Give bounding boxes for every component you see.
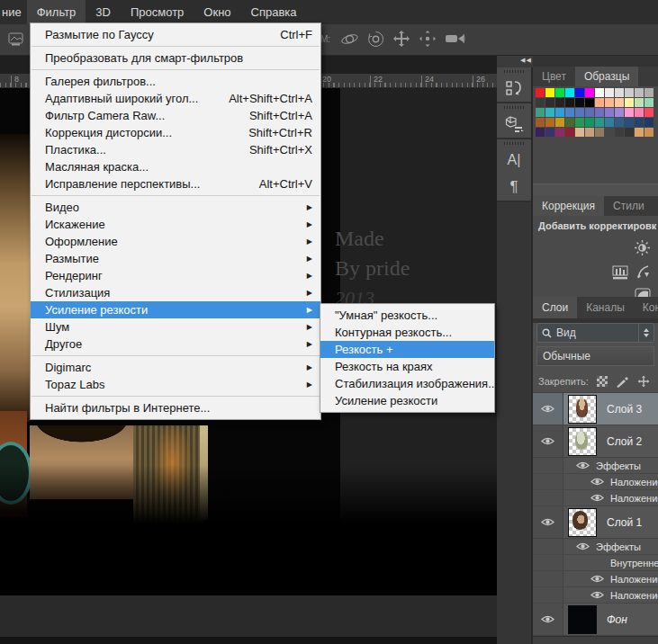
color-swatch[interactable] (555, 128, 564, 137)
tab-adjustments[interactable]: Коррекция (533, 196, 604, 216)
color-swatch[interactable] (635, 118, 644, 127)
eye-icon[interactable] (590, 493, 605, 503)
color-swatch[interactable] (565, 108, 574, 117)
layer-sub-row[interactable]: Наложение (533, 490, 658, 506)
eye-icon[interactable] (541, 614, 554, 624)
color-swatch[interactable] (565, 118, 574, 127)
menu-item[interactable]: Исправление перспективы...Alt+Ctrl+V (31, 175, 320, 192)
layer-sub-row[interactable]: Внутренне (533, 555, 658, 571)
menu-item[interactable]: Видео▶ (31, 199, 320, 216)
lock-pixels-icon[interactable] (616, 376, 629, 388)
color-swatch[interactable] (625, 108, 634, 117)
menu-item[interactable]: "Умная" резкость... (320, 307, 494, 324)
menu-item[interactable]: Пластика...Shift+Ctrl+X (31, 141, 320, 158)
tab-swatches[interactable]: Образцы (575, 67, 638, 86)
color-swatch[interactable] (615, 118, 624, 127)
color-swatch[interactable] (555, 88, 564, 97)
tab-layers[interactable]: Слои (533, 297, 577, 318)
eye-icon[interactable] (541, 517, 554, 527)
menubar-item-1[interactable]: Фильтр (27, 0, 86, 24)
color-swatch[interactable] (575, 128, 584, 137)
color-swatch[interactable] (595, 128, 604, 137)
menu-item[interactable]: Фильтр Camera Raw...Shift+Ctrl+A (31, 107, 320, 124)
color-swatch[interactable] (555, 108, 564, 117)
menu-item[interactable]: Адаптивный широкий угол...Alt+Shift+Ctrl… (31, 90, 320, 107)
color-swatch[interactable] (545, 88, 554, 97)
color-swatch[interactable] (565, 88, 574, 97)
eye-icon[interactable] (541, 436, 554, 446)
menu-item[interactable]: Преобразовать для смарт-фильтров (31, 49, 320, 67)
layer-thumbnail[interactable] (568, 395, 597, 424)
layer-filter-field[interactable]: Вид (536, 323, 654, 343)
menu-item[interactable]: Резкость + (320, 341, 494, 358)
grip-handle[interactable] (504, 142, 524, 145)
menu-item[interactable]: Стилизация▶ (31, 284, 320, 301)
color-swatch[interactable] (575, 98, 584, 107)
color-swatch[interactable] (605, 108, 614, 117)
layer-thumbnail[interactable] (568, 427, 597, 456)
lock-position-icon[interactable] (637, 375, 650, 388)
levels-icon[interactable] (612, 265, 628, 280)
3d-panel-button[interactable] (497, 103, 531, 139)
menu-item[interactable]: Контурная резкость... (320, 324, 494, 341)
color-swatch[interactable] (615, 88, 624, 97)
menu-item[interactable]: Оформление▶ (31, 233, 320, 250)
layer-visibility-cell[interactable] (533, 604, 563, 635)
layer-sub-row[interactable]: Эффекты (533, 539, 658, 555)
eye-icon[interactable] (590, 477, 605, 487)
layer-sub-row[interactable]: Эффекты (533, 458, 658, 474)
color-swatch[interactable] (625, 118, 634, 127)
tab-styles[interactable]: Стили (604, 196, 653, 216)
menubar-item-2[interactable]: 3D (86, 0, 121, 24)
color-swatch[interactable] (644, 108, 653, 117)
menu-item[interactable]: Шум▶ (31, 318, 320, 335)
color-swatch[interactable] (536, 128, 545, 137)
tab-paths[interactable]: Контуры (634, 297, 658, 318)
color-swatch[interactable] (615, 98, 624, 107)
eye-icon[interactable] (575, 461, 590, 470)
color-swatch[interactable] (575, 118, 584, 127)
menu-item[interactable]: Рендеринг▶ (31, 267, 320, 284)
menu-item[interactable]: Усиление резкости▶ (31, 301, 320, 318)
color-swatch[interactable] (595, 108, 604, 117)
tab-channels[interactable]: Каналы (577, 297, 634, 318)
color-swatch[interactable] (565, 128, 574, 137)
grip-handle[interactable] (504, 70, 524, 73)
color-swatch[interactable] (625, 128, 634, 137)
color-swatch[interactable] (595, 98, 604, 107)
color-swatch[interactable] (595, 118, 604, 127)
menubar-item-4[interactable]: Окно (194, 0, 240, 24)
tool-preset-icon[interactable] (8, 31, 26, 47)
menu-item[interactable]: Другое▶ (31, 335, 320, 353)
color-swatch[interactable] (615, 108, 624, 117)
color-swatch[interactable] (585, 88, 594, 97)
menu-item[interactable]: Галерея фильтров... (31, 73, 320, 90)
color-swatch[interactable] (635, 108, 644, 117)
curves-scale-icon[interactable] (635, 264, 651, 280)
color-swatch[interactable] (605, 128, 614, 137)
menu-item[interactable]: Topaz Labs▶ (31, 376, 320, 393)
layer-visibility-cell[interactable] (533, 506, 563, 538)
eye-icon[interactable] (590, 574, 605, 584)
menu-item[interactable]: Найти фильтры в Интернете... (31, 399, 320, 416)
paragraph-panel-icon[interactable]: ¶ (509, 174, 518, 201)
layer-row[interactable]: Фон (533, 604, 658, 636)
color-swatch[interactable] (635, 88, 644, 97)
eye-icon[interactable] (575, 541, 590, 551)
slide-3d-icon[interactable] (419, 30, 437, 48)
color-swatch[interactable] (644, 118, 653, 127)
layer-row[interactable]: Слой 1 (533, 506, 658, 539)
color-swatch[interactable] (565, 98, 574, 107)
clone-source-icon[interactable] (505, 75, 523, 102)
color-swatch[interactable] (585, 128, 594, 137)
color-swatch[interactable] (545, 108, 554, 117)
color-swatch[interactable] (536, 88, 545, 97)
roll-3d-icon[interactable] (367, 31, 384, 48)
color-swatch[interactable] (605, 118, 614, 127)
color-swatch[interactable] (545, 128, 554, 137)
color-swatch[interactable] (644, 98, 653, 107)
eye-icon[interactable] (541, 404, 554, 414)
menu-item[interactable]: Коррекция дисторсии...Shift+Ctrl+R (31, 124, 320, 141)
color-swatch[interactable] (585, 98, 594, 107)
menu-item[interactable]: Усиление резкости (320, 392, 494, 409)
